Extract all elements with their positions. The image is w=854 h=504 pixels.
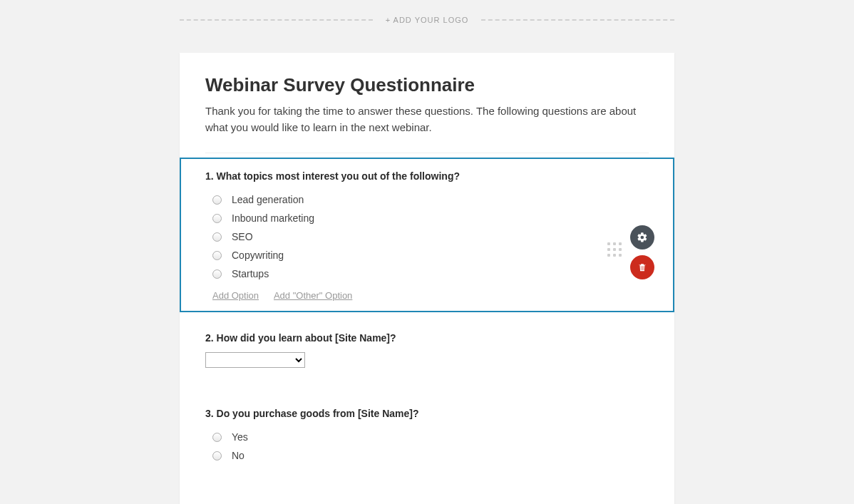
radio-icon[interactable] [212, 251, 222, 260]
q1-option-label[interactable]: Inbound marketing [232, 212, 314, 224]
header-divider [205, 153, 649, 153]
add-other-option-link[interactable]: Add "Other" Option [274, 290, 352, 301]
q1-option-row[interactable]: Lead generation [205, 190, 649, 209]
radio-icon[interactable] [212, 214, 222, 223]
question-3-block[interactable]: 3. Do you purchase goods from [Site Name… [180, 379, 674, 476]
q1-option-row[interactable]: Copywriting [205, 246, 649, 264]
question-3-title[interactable]: 3. Do you purchase goods from [Site Name… [205, 408, 649, 419]
question-2-title[interactable]: 2. How did you learn about [Site Name]? [205, 332, 649, 344]
q1-option-row[interactable]: SEO [205, 227, 649, 246]
q3-option-label[interactable]: No [232, 450, 245, 461]
settings-button[interactable] [630, 225, 654, 250]
survey-sheet: Webinar Survey Questionnaire Thank you f… [180, 53, 674, 504]
q1-option-row[interactable]: Startups [205, 264, 649, 283]
logo-bar: + ADD YOUR LOGO [180, 16, 674, 24]
q3-option-row[interactable]: No [205, 446, 649, 465]
drag-handle-icon[interactable] [607, 242, 622, 257]
question-1-block[interactable]: 1. What topics most interest you out of … [180, 158, 674, 312]
q3-option-label[interactable]: Yes [232, 431, 248, 443]
question-1-title[interactable]: 1. What topics most interest you out of … [205, 170, 649, 182]
radio-icon[interactable] [212, 195, 222, 205]
trash-icon [637, 262, 647, 273]
q1-option-label[interactable]: Lead generation [232, 194, 304, 205]
question-action-buttons [630, 225, 654, 279]
question-2-block[interactable]: 2. How did you learn about [Site Name]? [180, 312, 674, 379]
gear-icon [637, 232, 648, 243]
delete-button[interactable] [630, 255, 654, 279]
add-logo-button[interactable]: + ADD YOUR LOGO [373, 16, 482, 24]
radio-icon[interactable] [212, 451, 222, 461]
q1-option-label[interactable]: Startups [232, 268, 269, 279]
add-option-link[interactable]: Add Option [212, 290, 259, 301]
survey-title[interactable]: Webinar Survey Questionnaire [205, 74, 649, 96]
radio-icon[interactable] [212, 433, 222, 442]
radio-icon[interactable] [212, 269, 222, 279]
dash-right [481, 19, 674, 21]
radio-icon[interactable] [212, 232, 222, 242]
question-2-select[interactable] [205, 352, 305, 368]
survey-description[interactable]: Thank you for taking the time to answer … [205, 103, 649, 135]
dash-left [180, 19, 373, 21]
q3-option-row[interactable]: Yes [205, 428, 649, 446]
q1-option-label[interactable]: SEO [232, 231, 253, 242]
q1-option-label[interactable]: Copywriting [232, 250, 284, 261]
q1-option-row[interactable]: Inbound marketing [205, 209, 649, 227]
